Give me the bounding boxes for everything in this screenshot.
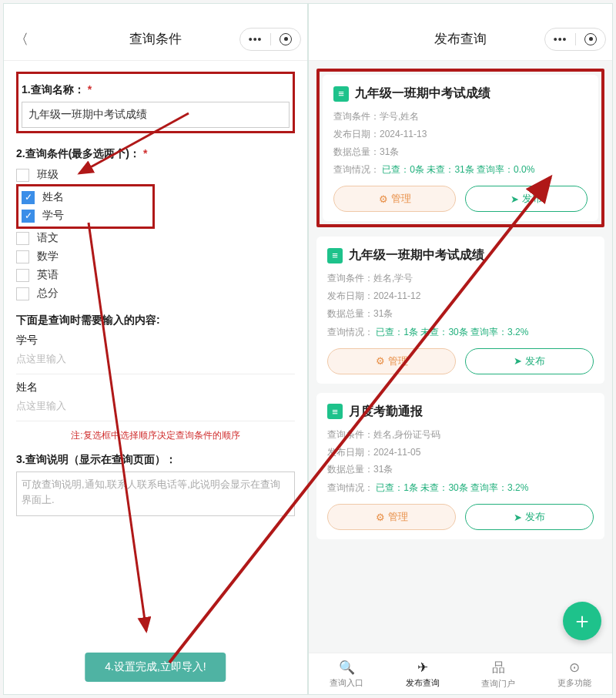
add-fab[interactable]: ＋ (563, 602, 601, 640)
meta-key: 查询条件： (327, 273, 373, 284)
more-icon: ⊙ (569, 659, 580, 676)
checked-label: 已查： (376, 327, 403, 337)
mini-program-capsule[interactable]: ••• (544, 28, 606, 51)
capsule-target-icon[interactable] (584, 33, 597, 45)
card-title: 月度考勤通报 (349, 404, 423, 420)
meta-val: 姓名,身份证号码 (373, 429, 440, 440)
description-textarea[interactable]: 可放查询说明,通知,联系人联系电话等,此说明会显示在查询界面上. (16, 471, 295, 516)
check-label: 总分 (37, 287, 59, 300)
section2-text: 2.查询条件(最多选两个)： (16, 147, 140, 159)
meta-val: 2024-11-12 (373, 290, 420, 301)
card-stats: 查询情况： 已查：0条 未查：31条 查询率：0.0% (333, 163, 588, 176)
tab-entry[interactable]: 🔍查询入口 (309, 653, 385, 694)
rate-val: 0.0% (514, 164, 534, 175)
field-sid-input[interactable]: 点这里输入 (16, 347, 295, 374)
left-title: 查询条件 (129, 30, 182, 48)
checkbox-icon[interactable] (16, 269, 29, 282)
share-icon: ➤ (511, 193, 519, 205)
mini-program-capsule[interactable]: ••• (239, 28, 301, 51)
meta-val: 31条 (380, 146, 399, 157)
right-screen: 发布查询 ••• 九年级一班期中考试成绩 查询条件：学号,姓名 发布日期：202… (308, 3, 613, 695)
field-name-label: 姓名 (16, 381, 295, 394)
back-icon[interactable]: 〈 (15, 30, 28, 49)
stat-key: 查询情况： (327, 482, 373, 493)
card-buttons: ⚙管理 ➤发布 (327, 348, 594, 374)
more-dots-icon[interactable]: ••• (554, 33, 567, 45)
rate-val: 3.2% (507, 327, 528, 337)
publish-button[interactable]: ➤发布 (465, 186, 588, 212)
query-card[interactable]: 月度考勤通报 查询条件：姓名,身份证号码 发布日期：2024-11-05 数据总… (316, 393, 604, 539)
checkbox-icon[interactable] (16, 250, 29, 263)
manage-button[interactable]: ⚙管理 (333, 186, 456, 212)
meta-val: 31条 (373, 308, 393, 319)
checkbox-icon[interactable]: ✓ (22, 191, 35, 204)
meta-key: 数据总量： (333, 146, 380, 157)
field-name-input[interactable]: 点这里输入 (16, 394, 295, 421)
highlight-box-3: 九年级一班期中考试成绩 查询条件：学号,姓名 发布日期：2024-11-13 数… (316, 69, 604, 227)
rate-label: 查询率： (477, 164, 514, 175)
btn-label: 管理 (388, 354, 408, 368)
rate-label: 查询率： (470, 482, 507, 493)
required-mark: * (143, 147, 147, 159)
tab-publish[interactable]: ✈发布查询 (385, 653, 461, 694)
checkbox-icon[interactable] (16, 232, 29, 245)
checked-val: 1条 (403, 327, 418, 337)
doc-icon (333, 86, 349, 102)
tab-label: 发布查询 (406, 677, 440, 689)
capsule-divider (270, 33, 271, 45)
doc-icon (327, 248, 343, 263)
meta-key: 发布日期： (327, 290, 373, 301)
check-sid[interactable]: ✓学号 (22, 206, 149, 225)
check-label: 班级 (37, 168, 59, 182)
check-label: 语文 (37, 231, 59, 245)
check-math[interactable]: 数学 (16, 247, 295, 266)
query-card[interactable]: 九年级一班期中考试成绩 查询条件：学号,姓名 发布日期：2024-11-13 数… (323, 75, 598, 221)
checkbox-icon[interactable] (16, 169, 29, 182)
checked-val: 0条 (410, 164, 424, 175)
section2-label: 2.查询条件(最多选两个)：* (16, 147, 295, 161)
unchecked-label: 未查： (420, 327, 448, 337)
check-total[interactable]: 总分 (16, 284, 295, 303)
tab-portal[interactable]: 品查询门户 (460, 653, 537, 694)
share-icon: ➤ (514, 355, 522, 367)
meta-key: 发布日期： (327, 447, 373, 458)
publish-button[interactable]: ➤发布 (465, 348, 594, 374)
check-english[interactable]: 英语 (16, 266, 295, 284)
doc-icon (327, 404, 343, 419)
more-dots-icon[interactable]: ••• (249, 33, 263, 45)
import-button[interactable]: 4.设置完成,立即导入! (85, 653, 226, 682)
card-title-row: 九年级一班期中考试成绩 (333, 86, 588, 102)
checkbox-icon[interactable]: ✓ (22, 210, 35, 223)
manage-button[interactable]: ⚙管理 (327, 348, 456, 374)
capsule-target-icon[interactable] (280, 33, 292, 45)
section1-text: 1.查询名称： (22, 83, 85, 96)
query-name-input[interactable] (22, 102, 290, 128)
query-card[interactable]: 九年级一班期中考试成绩 查询条件：姓名,学号 发布日期：2024-11-12 数… (316, 237, 604, 383)
stat-key: 查询情况： (327, 327, 373, 337)
card-title: 九年级一班期中考试成绩 (355, 86, 490, 102)
send-icon: ✈ (417, 659, 428, 676)
order-note: 注:复选框中选择顺序决定查询条件的顺序 (16, 429, 295, 442)
highlight-box-2: ✓姓名 ✓学号 (16, 184, 155, 229)
check-class[interactable]: 班级 (16, 166, 295, 184)
meta-key: 查询条件： (327, 429, 373, 440)
tab-more[interactable]: ⊙更多功能 (537, 653, 613, 694)
unchecked-val: 31条 (454, 164, 474, 175)
manage-button[interactable]: ⚙管理 (327, 504, 456, 530)
checked-val: 1条 (403, 482, 418, 493)
card-title-row: 月度考勤通报 (327, 404, 594, 420)
left-header: 〈 查询条件 ••• (4, 18, 307, 61)
check-label: 英语 (37, 268, 59, 282)
checkbox-icon[interactable] (16, 287, 29, 300)
check-label: 数学 (37, 250, 59, 263)
search-icon: 🔍 (339, 659, 355, 676)
publish-button[interactable]: ➤发布 (465, 504, 594, 530)
unchecked-label: 未查： (427, 164, 454, 175)
checked-label: 已查： (376, 482, 403, 493)
check-name[interactable]: ✓姓名 (22, 188, 149, 206)
check-chinese[interactable]: 语文 (16, 229, 295, 247)
rate-val: 3.2% (507, 482, 528, 493)
check-label: 姓名 (42, 190, 64, 204)
gear-icon: ⚙ (379, 193, 388, 205)
input-section-header: 下面是查询时需要输入的内容: (16, 314, 295, 327)
